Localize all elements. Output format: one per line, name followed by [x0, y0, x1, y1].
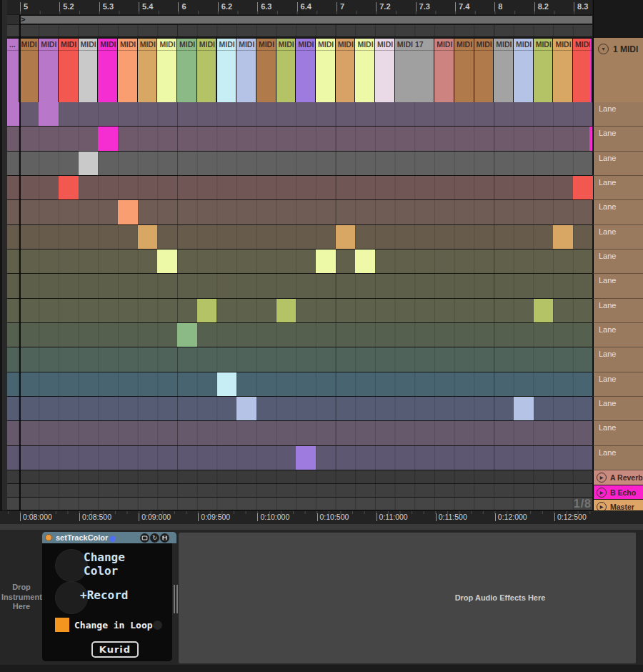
midi-clip[interactable]: MIDI [375, 39, 395, 103]
take-lane-clip[interactable] [553, 225, 573, 249]
midi-clip[interactable]: MIDI [434, 39, 454, 103]
lane-header[interactable]: Lane [593, 421, 643, 445]
take-lane-clip[interactable] [118, 200, 138, 224]
time-ruler[interactable]: 0:08:0000:08:5000:09:0000:09:5000:10:000… [0, 510, 643, 524]
lane-header[interactable]: Lane [593, 347, 643, 372]
lane-header[interactable]: Lane [593, 372, 643, 397]
lane-header[interactable]: Lane [593, 323, 643, 347]
start-marker[interactable]: > [21, 15, 25, 24]
take-lane[interactable] [7, 200, 592, 224]
midi-clip[interactable]: MIDI [177, 39, 197, 103]
midi-clip[interactable]: MIDI [316, 39, 336, 103]
midi-clip[interactable]: MIDI [138, 39, 158, 103]
drop-instrument-zone[interactable]: Drop Instrument Here [1, 583, 41, 612]
lane-header[interactable]: Lane [593, 274, 643, 298]
take-lane-clip[interactable] [336, 225, 356, 249]
return-track-row[interactable] [7, 484, 592, 498]
take-lane-clip[interactable] [217, 372, 237, 396]
return-track-row[interactable] [7, 470, 592, 484]
midi-clip[interactable]: MIDI 17 [395, 39, 434, 103]
lane-header[interactable]: Lane [593, 249, 643, 274]
take-lane-clip[interactable] [39, 102, 59, 126]
lane-header[interactable]: Lane [593, 299, 643, 323]
take-lane-clip[interactable] [197, 299, 217, 322]
unfold-track-icon[interactable]: ▾ [598, 44, 609, 54]
take-lane-clip[interactable] [514, 397, 534, 420]
take-lane[interactable] [7, 347, 592, 372]
lane-header[interactable]: Lane [593, 200, 643, 224]
take-lane[interactable] [7, 372, 592, 397]
midi-clip[interactable]: MIDI [236, 39, 256, 103]
midi-clip[interactable]: MIDI [534, 39, 554, 103]
midi-clip[interactable]: MIDI [197, 39, 217, 103]
play-icon[interactable]: ▶ [597, 473, 607, 483]
midi-clip[interactable]: MIDI [494, 39, 514, 103]
device-dialog-icon[interactable] [140, 533, 149, 543]
lane-header[interactable]: Lane [593, 102, 643, 127]
take-lane-clip-partial[interactable] [7, 102, 19, 126]
device-save-icon[interactable] [160, 533, 169, 543]
lane-header[interactable]: Lane [593, 397, 643, 421]
take-lane[interactable] [7, 225, 592, 249]
take-lane-clip[interactable] [573, 176, 593, 199]
panel-divider-handle[interactable] [174, 585, 178, 613]
take-lane-clip[interactable] [276, 299, 296, 322]
take-lane[interactable] [7, 176, 592, 200]
take-lane-clip[interactable] [316, 249, 336, 273]
midi-clip[interactable]: MIDI [118, 39, 138, 103]
midi-clip[interactable]: MIDI [296, 39, 316, 103]
take-lane-clip[interactable] [138, 225, 158, 249]
take-lane[interactable] [7, 127, 592, 151]
take-lane[interactable] [7, 421, 592, 445]
midi-clip[interactable]: MIDI [98, 39, 118, 103]
take-lane[interactable] [7, 102, 592, 127]
midi-clip-partial[interactable]: ... [7, 39, 19, 103]
device-active-dot[interactable] [45, 534, 52, 541]
lane-header[interactable]: Lane [593, 127, 643, 151]
take-lane-clip[interactable] [236, 397, 256, 420]
take-lane-clip[interactable] [79, 152, 99, 175]
return-track-header[interactable]: ▶A Reverb0 [593, 470, 643, 485]
midi-clip[interactable]: MIDI [79, 39, 99, 103]
take-lane-clip[interactable] [355, 249, 375, 273]
midi-clip[interactable]: MIDI [256, 39, 276, 103]
midi-clip-partial[interactable] [590, 39, 593, 103]
loop-scrub-bar[interactable]: > [20, 15, 592, 24]
lane-header[interactable]: Lane [593, 225, 643, 249]
take-lane[interactable] [7, 397, 592, 421]
take-lane-clip[interactable] [296, 446, 316, 470]
midi-clip[interactable]: MIDI [355, 39, 375, 103]
take-lane-clip[interactable] [177, 323, 197, 347]
midi-clip[interactable]: MIDI [19, 39, 39, 103]
midi-clip[interactable]: MIDI [276, 39, 296, 103]
return-track-header[interactable]: ▶B Echo [593, 485, 643, 499]
midi-clip[interactable]: MIDI [39, 39, 59, 103]
take-lane[interactable] [7, 446, 592, 470]
lane-header[interactable]: Lane [593, 152, 643, 176]
midi-clip[interactable]: MIDI [454, 39, 474, 103]
midi-clip[interactable]: MIDI [514, 39, 534, 103]
take-lane[interactable] [7, 249, 592, 274]
scrub-row[interactable] [7, 25, 592, 37]
take-lane-clip[interactable] [98, 127, 118, 150]
take-lane-clip-partial[interactable] [589, 127, 593, 150]
track-header[interactable]: ▾ 1 MIDI [593, 38, 643, 102]
take-lane-clip[interactable] [59, 176, 79, 199]
take-lane[interactable] [7, 152, 592, 176]
lane-header[interactable]: Lane [593, 176, 643, 200]
midi-clip[interactable]: MIDI [553, 39, 573, 103]
midi-clip[interactable]: MIDI [59, 39, 79, 103]
beat-ruler[interactable]: 55.25.35.466.26.36.477.27.37.488.28.3 [0, 0, 592, 14]
midi-clip[interactable]: MIDI [157, 39, 177, 103]
return-track-row[interactable] [7, 498, 592, 510]
device-sync-icon[interactable]: ↻ [150, 533, 159, 543]
play-icon[interactable]: ▶ [597, 488, 607, 498]
take-lane-clip[interactable] [534, 299, 554, 322]
device-title-bar[interactable]: setTrackColor ↻ [42, 532, 176, 543]
take-lane[interactable] [7, 323, 592, 347]
drop-audio-effects-zone[interactable]: Drop Audio Effects Here [179, 533, 636, 663]
midi-clip[interactable]: MIDI [474, 39, 494, 103]
midi-clip[interactable]: MIDI [217, 39, 237, 103]
midi-clip[interactable]: MIDI [336, 39, 356, 103]
lane-header[interactable]: Lane [593, 446, 643, 470]
